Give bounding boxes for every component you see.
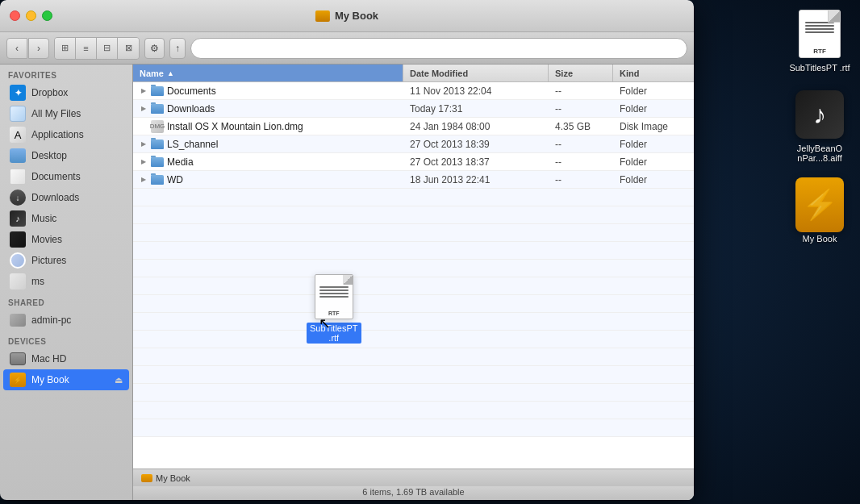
downloads-icon: ↓ — [10, 190, 26, 206]
file-size: -- — [549, 139, 613, 150]
mybook-label: My Book — [803, 234, 837, 244]
expand-triangle[interactable]: ▶ — [140, 87, 148, 95]
search-input[interactable] — [190, 38, 687, 59]
file-name: LS_channel — [167, 139, 218, 150]
col-header-size[interactable]: Size — [549, 65, 613, 81]
sidebar-item-ms[interactable]: ms — [3, 271, 129, 292]
sidebar-label-mac-hd: Mac HD — [31, 353, 66, 364]
file-date: 27 Oct 2013 18:39 — [403, 139, 549, 150]
column-view-button[interactable]: ⊟ — [97, 38, 118, 59]
table-row[interactable]: ▶ Downloads Today 17:31 -- Folder — [133, 100, 694, 118]
file-kind: Folder — [613, 139, 694, 150]
file-date: Today 17:31 — [403, 103, 549, 115]
sidebar: FAVORITES ✦ Dropbox All My Files A — [0, 65, 133, 500]
shared-section-label: SHARED — [0, 292, 132, 310]
sidebar-item-desktop[interactable]: Desktop — [3, 145, 129, 166]
sidebar-item-mac-hd[interactable]: Mac HD — [3, 348, 129, 369]
music-si-icon: ♪ — [10, 210, 26, 227]
sidebar-item-downloads[interactable]: ↓ Downloads — [3, 187, 129, 208]
sidebar-item-movies[interactable]: Movies — [3, 229, 129, 250]
file-name: Media — [167, 156, 194, 168]
table-row[interactable]: ▶ DMG Install OS X Mountain Lion.dmg 24 … — [133, 118, 694, 135]
file-date: 27 Oct 2013 18:37 — [403, 156, 549, 168]
folder-icon — [151, 157, 164, 167]
window-title: My Book — [315, 10, 378, 22]
sidebar-label-downloads: Downloads — [31, 192, 79, 203]
table-row-empty — [133, 366, 694, 384]
file-date: 18 Jun 2013 22:41 — [403, 174, 549, 185]
sidebar-item-applications[interactable]: A Applications — [3, 124, 129, 145]
file-list: ▶ Documents 11 Nov 2013 22:04 -- Folder … — [133, 82, 694, 482]
sidebar-label-movies: Movies — [31, 234, 62, 245]
col-header-kind[interactable]: Kind — [613, 65, 694, 81]
desktop-icon-aiff[interactable]: ♪ JellyBeanOnPar...8.aiff — [787, 89, 852, 163]
table-row-empty — [133, 331, 694, 348]
file-name: Install OS X Mountain Lion.dmg — [167, 121, 303, 132]
action-button[interactable]: ⚙ — [144, 38, 165, 59]
table-row[interactable]: ▶ Documents 11 Nov 2013 22:04 -- Folder — [133, 82, 694, 100]
sidebar-item-my-book[interactable]: ⚡ My Book ⏏ — [3, 369, 129, 390]
table-row[interactable]: ▶ Media 27 Oct 2013 18:37 -- Folder — [133, 153, 694, 171]
forward-button[interactable]: › — [28, 38, 49, 59]
file-date: 24 Jan 1984 08:00 — [403, 121, 549, 132]
table-row-empty — [133, 419, 694, 437]
sidebar-label-music: Music — [31, 213, 56, 224]
desktop-icon-mybook[interactable]: ⚡ My Book — [787, 179, 852, 244]
documents-icon — [10, 169, 26, 185]
desktop-icon-rtf[interactable]: RTF SubTitlesPT .rtf — [787, 8, 852, 73]
sidebar-item-admin-pc[interactable]: admin-pc — [3, 310, 129, 331]
expand-triangle[interactable]: ▶ — [140, 176, 148, 184]
table-row-empty — [133, 295, 694, 313]
path-bar: My Book — [133, 469, 694, 486]
mac-hd-icon — [10, 351, 26, 367]
sidebar-label-applications: Applications — [31, 129, 84, 140]
file-size: -- — [549, 156, 613, 168]
col-header-name[interactable]: Name ▲ — [133, 65, 403, 81]
share-button[interactable]: ↑ — [169, 38, 186, 59]
table-row-empty — [133, 384, 694, 402]
admin-pc-icon — [10, 312, 26, 328]
coverflow-view-button[interactable]: ⊠ — [118, 38, 139, 59]
dmg-icon: DMG — [151, 120, 164, 133]
toolbar: ‹ › ⊞ ≡ ⊟ ⊠ ⚙ ↑ — [0, 32, 694, 65]
table-row[interactable]: ▶ WD 18 Jun 2013 22:41 -- Folder — [133, 171, 694, 189]
minimize-button[interactable] — [26, 10, 36, 21]
sidebar-label-ms: ms — [31, 276, 44, 287]
close-button[interactable] — [10, 10, 20, 21]
expand-triangle[interactable]: ▶ — [140, 158, 148, 166]
file-name: Documents — [167, 85, 216, 97]
icon-view-button[interactable]: ⊞ — [55, 38, 76, 59]
list-view-button[interactable]: ≡ — [76, 38, 97, 59]
file-name: WD — [167, 174, 183, 185]
view-buttons: ⊞ ≡ ⊟ ⊠ — [54, 37, 140, 60]
col-header-date[interactable]: Date Modified — [403, 65, 549, 81]
back-button[interactable]: ‹ — [6, 38, 27, 59]
file-date: 11 Nov 2013 22:04 — [403, 85, 549, 97]
table-row-empty — [133, 277, 694, 295]
sidebar-item-documents[interactable]: Documents — [3, 166, 129, 187]
rtf-file-icon: RTF — [794, 8, 845, 60]
expand-triangle[interactable]: ▶ — [140, 140, 148, 148]
sidebar-item-music[interactable]: ♪ Music — [3, 208, 129, 229]
sort-arrow: ▲ — [167, 69, 174, 77]
sidebar-label-desktop: Desktop — [31, 150, 67, 161]
file-size: -- — [549, 174, 613, 185]
sidebar-item-all-files[interactable]: All My Files — [3, 103, 129, 124]
devices-section-label: DEVICES — [0, 331, 132, 348]
main-area: FAVORITES ✦ Dropbox All My Files A — [0, 65, 694, 500]
favorites-section-label: FAVORITES — [0, 65, 132, 82]
eject-button[interactable]: ⏏ — [115, 375, 123, 385]
file-kind: Folder — [613, 103, 694, 115]
title-folder-icon — [315, 10, 330, 22]
maximize-button[interactable] — [42, 10, 52, 21]
finder-window: My Book ‹ › ⊞ ≡ ⊟ ⊠ ⚙ ↑ FAVORITES ✦ Drop… — [0, 0, 694, 500]
expand-triangle[interactable]: ▶ — [140, 105, 148, 113]
table-row[interactable]: ▶ LS_channel 27 Oct 2013 18:39 -- Folder — [133, 135, 694, 153]
table-row-empty — [133, 260, 694, 277]
sidebar-item-pictures[interactable]: Pictures — [3, 250, 129, 271]
sidebar-item-dropbox[interactable]: ✦ Dropbox — [3, 82, 129, 103]
sidebar-label-documents: Documents — [31, 171, 81, 182]
column-headers: Name ▲ Date Modified Size Kind — [133, 65, 694, 82]
table-row-empty — [133, 313, 694, 331]
table-row-empty — [133, 242, 694, 260]
